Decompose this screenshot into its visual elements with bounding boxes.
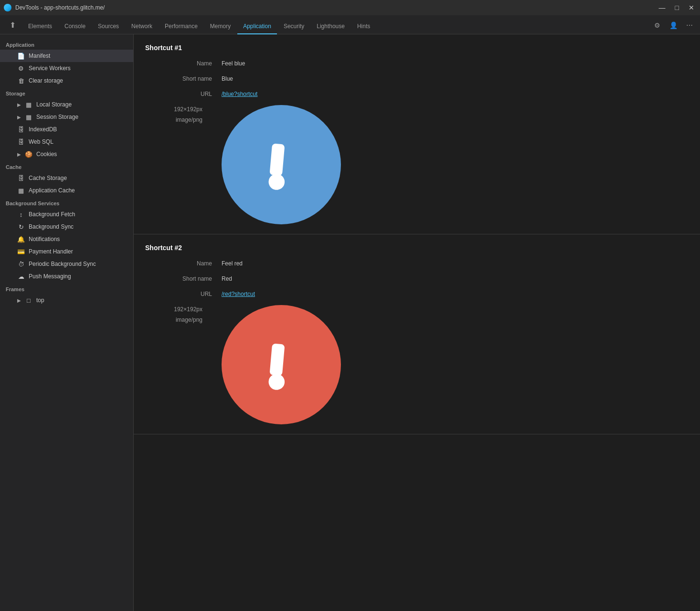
sidebar-item-manifest-label: Manifest [29,53,50,59]
sidebar-item-local-storage[interactable]: ▶ ▦ Local Storage [0,98,133,111]
titlebar-title: DevTools - app-shortcuts.glitch.me/ [15,4,653,11]
svg-point-3 [265,371,287,393]
sidebar-item-manifest[interactable]: 📄 Manifest [0,50,133,62]
sidebar-section-background-services: Background Services [0,197,133,208]
shortcut-2-name-value: Feel red [222,259,243,268]
sidebar-item-service-workers[interactable]: ⚙ Service Workers [0,62,133,74]
background-sync-icon: ↻ [17,223,25,231]
sidebar-item-application-cache-label: Application Cache [29,187,75,194]
tab-icon-group: ⚙ 👤 ⋯ [650,19,696,34]
devtools-icon [4,4,11,11]
top-frame-icon: □ [25,296,32,304]
local-storage-arrow: ▶ [17,102,21,107]
shortcut-1-type-label: image/png [136,116,212,124]
tab-sources[interactable]: Sources [92,19,125,34]
tab-network[interactable]: Network [126,19,158,34]
shortcut-2-shortname-value: Red [222,274,232,283]
sidebar-item-web-sql[interactable]: 🗄 Web SQL [0,136,133,148]
cache-storage-icon: 🗄 [17,174,25,182]
shortcut-2-url-link[interactable]: /red?shortcut [222,290,255,298]
local-storage-icon: ▦ [25,101,32,108]
user-icon-button[interactable]: 👤 [667,19,680,32]
sidebar-item-cookies[interactable]: ▶ 🍪 Cookies [0,148,133,160]
tab-lighthouse[interactable]: Lighthouse [311,19,350,34]
sidebar-item-clear-storage-label: Clear storage [29,77,63,84]
sidebar-item-session-storage[interactable]: ▶ ▦ Session Storage [0,111,133,123]
sidebar-item-background-fetch[interactable]: ↕ Background Fetch [0,208,133,221]
shortcut-2-name-row: Name Feel red [145,259,689,270]
minimize-button[interactable]: — [657,3,668,12]
sidebar-item-payment-handler[interactable]: 💳 Payment Handler [0,245,133,258]
sidebar-item-clear-storage[interactable]: 🗑 Clear storage [0,74,133,87]
sidebar-item-periodic-background-sync[interactable]: ⏱ Periodic Background Sync [0,258,133,270]
sidebar-item-payment-handler-label: Payment Handler [29,248,73,255]
settings-icon-button[interactable]: ⚙ [650,19,664,32]
titlebar-controls: — □ ✕ [657,3,696,12]
service-workers-icon: ⚙ [17,64,25,72]
shortcut-1-title: Shortcut #1 [145,44,689,52]
shortcut-2-title: Shortcut #2 [145,244,689,252]
sidebar-item-top[interactable]: ▶ □ top [0,294,133,306]
titlebar: DevTools - app-shortcuts.glitch.me/ — □ … [0,0,700,15]
clear-storage-icon: 🗑 [17,77,25,84]
svg-rect-2 [269,343,285,376]
cursor-tab-icon: ⬆ [4,17,21,34]
sidebar-item-service-workers-label: Service Workers [29,65,71,72]
top-arrow: ▶ [17,298,21,303]
manifest-icon: 📄 [17,52,25,60]
session-storage-icon: ▦ [25,113,32,121]
more-icon-button[interactable]: ⋯ [683,19,696,32]
shortcut-1-url-row: URL /blue?shortcut [145,90,689,100]
shortcut-2-type-label: image/png [136,316,212,324]
indexeddb-icon: 🗄 [17,126,25,133]
shortcut-2-url-row: URL /red?shortcut [145,290,689,300]
svg-rect-0 [269,143,285,176]
sidebar-item-periodic-background-sync-label: Periodic Background Sync [29,261,96,267]
tab-hints[interactable]: Hints [351,19,376,34]
sidebar-item-cache-storage[interactable]: 🗄 Cache Storage [0,172,133,184]
sidebar-item-session-storage-label: Session Storage [36,114,78,120]
sidebar-item-push-messaging-label: Push Messaging [29,273,71,280]
sidebar-section-frames: Frames [0,283,133,294]
sidebar-item-local-storage-label: Local Storage [36,101,72,108]
tab-application[interactable]: Application [237,19,277,34]
sidebar-item-background-sync[interactable]: ↻ Background Sync [0,221,133,233]
shortcut-1-name-label: Name [145,59,222,68]
sidebar-item-notifications[interactable]: 🔔 Notifications [0,233,133,245]
sidebar-item-background-sync-label: Background Sync [29,223,74,230]
shortcut-1-name-row: Name Feel blue [145,59,689,70]
main-layout: Application 📄 Manifest ⚙ Service Workers… [0,34,700,611]
shortcut-1-brush-icon [242,126,320,204]
shortcut-2-brush-icon [242,326,320,404]
shortcut-1-shortname-row: Short name Blue [145,74,689,85]
payment-handler-icon: 💳 [17,248,25,255]
shortcut-1-shortname-value: Blue [222,74,233,83]
shortcut-1-size-label: 192×192px [136,105,212,114]
sidebar-section-storage: Storage [0,87,133,98]
shortcut-2-image-row: 192×192px image/png [145,305,689,424]
sidebar-item-application-cache[interactable]: ▦ Application Cache [0,184,133,197]
sidebar-item-indexeddb[interactable]: 🗄 IndexedDB [0,123,133,136]
shortcut-1-name-value: Feel blue [222,59,245,68]
push-messaging-icon: ☁ [17,273,25,280]
background-fetch-icon: ↕ [17,211,25,218]
shortcut-1-shortname-label: Short name [145,74,222,83]
shortcut-1-icon-preview [222,105,341,224]
web-sql-icon: 🗄 [17,138,25,146]
sidebar-item-push-messaging[interactable]: ☁ Push Messaging [0,270,133,283]
content-area: Shortcut #1 Name Feel blue Short name Bl… [134,34,700,611]
shortcut-1-url-link[interactable]: /blue?shortcut [222,90,257,98]
maximize-button[interactable]: □ [673,3,681,12]
tab-memory[interactable]: Memory [204,19,236,34]
svg-point-1 [265,171,287,193]
tab-performance[interactable]: Performance [159,19,203,34]
shortcut-2-size-label: 192×192px [136,305,212,314]
shortcut-2-section: Shortcut #2 Name Feel red Short name Red… [134,234,700,434]
close-button[interactable]: ✕ [687,3,696,12]
shortcut-1-url-label: URL [145,90,222,98]
tab-elements[interactable]: Elements [22,19,58,34]
tab-console[interactable]: Console [59,19,91,34]
sidebar-item-cache-storage-label: Cache Storage [29,175,67,181]
tab-security[interactable]: Security [278,19,310,34]
notifications-icon: 🔔 [17,235,25,243]
